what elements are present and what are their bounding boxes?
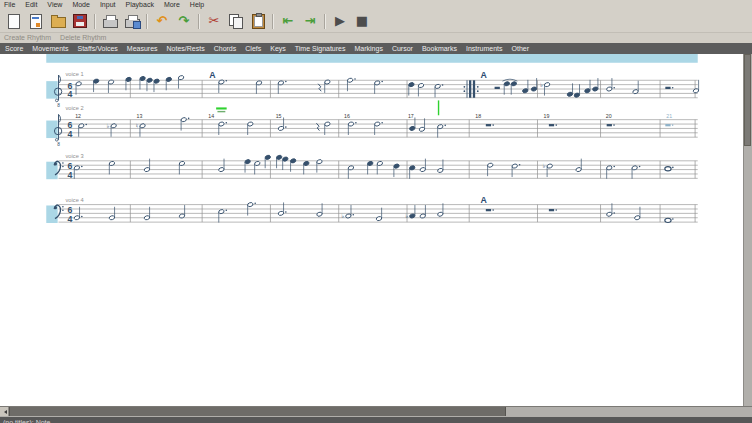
undo-button[interactable]: ↶	[151, 11, 173, 31]
cmenu-keys[interactable]: Keys	[270, 44, 286, 54]
half-note[interactable]	[487, 163, 493, 168]
cmenu-staffs-voices[interactable]: Staffs/Voices	[77, 44, 117, 54]
half-note[interactable]	[419, 127, 425, 132]
half-note[interactable]	[418, 83, 424, 88]
cmenu-clefs[interactable]: Clefs	[245, 44, 261, 54]
half-note[interactable]	[606, 86, 612, 91]
time-signature-denominator[interactable]: 4	[67, 170, 72, 180]
half-note[interactable]	[144, 215, 150, 220]
new-from-template-button[interactable]	[25, 11, 47, 31]
horizontal-scrollbar[interactable]	[0, 406, 752, 417]
half-note[interactable]	[437, 168, 443, 173]
quarter-note[interactable]	[265, 155, 271, 160]
menu-file[interactable]: File	[4, 1, 15, 10]
half-note[interactable]	[278, 126, 284, 131]
cmenu-score[interactable]: Score	[5, 44, 23, 54]
quarter-note[interactable]	[276, 155, 282, 160]
rehearsal-mark[interactable]: A	[481, 195, 488, 205]
menu-mode[interactable]: Mode	[72, 1, 90, 10]
half-note[interactable]	[347, 78, 353, 83]
half-note[interactable]	[348, 121, 354, 126]
stop-button[interactable]: ■	[351, 11, 373, 31]
half-rest[interactable]	[665, 87, 670, 89]
half-note[interactable]	[316, 159, 322, 164]
rehearsal-mark[interactable]: A	[481, 70, 488, 80]
staff-selector-tab[interactable]	[46, 81, 57, 99]
cmenu-instruments[interactable]: Instruments	[466, 44, 503, 54]
half-note[interactable]	[278, 211, 284, 216]
treble-clef[interactable]	[55, 138, 58, 141]
whole-measure-rest[interactable]	[486, 209, 491, 211]
rehearsal-mark[interactable]: A	[209, 70, 216, 80]
bass-clef[interactable]	[54, 206, 57, 209]
new-score-button[interactable]	[3, 11, 25, 31]
half-note[interactable]	[575, 167, 581, 172]
quarter-note[interactable]	[146, 78, 152, 83]
bass-clef[interactable]	[62, 166, 64, 168]
staff-selector-tab[interactable]	[46, 121, 57, 139]
open-button[interactable]	[47, 11, 69, 31]
time-signature-denominator[interactable]: 4	[67, 129, 72, 139]
cmenu-bookmarks[interactable]: Bookmarks	[422, 44, 457, 54]
half-note[interactable]	[634, 215, 640, 220]
quarter-note[interactable]	[166, 77, 172, 82]
quarter-note[interactable]	[125, 77, 131, 82]
half-note[interactable]	[606, 212, 612, 217]
whole-note[interactable]	[665, 167, 671, 171]
time-signature-denominator[interactable]: 4	[67, 89, 72, 99]
half-note[interactable]	[376, 216, 382, 221]
paste-button[interactable]	[247, 11, 269, 31]
quarter-note[interactable]	[511, 81, 517, 86]
menu-input[interactable]: Input	[100, 1, 116, 10]
half-note[interactable]	[178, 75, 184, 80]
menu-view[interactable]: View	[47, 1, 62, 10]
create-rhythm-button[interactable]: Create Rhythm	[4, 34, 51, 43]
menu-edit[interactable]: Edit	[25, 1, 37, 10]
cmenu-notes-rests[interactable]: Notes/Rests	[167, 44, 205, 54]
menu-help[interactable]: Help	[190, 1, 204, 10]
print-button[interactable]	[99, 11, 121, 31]
quarter-note[interactable]	[393, 163, 399, 168]
vertical-scrollbar[interactable]	[743, 54, 752, 406]
scroll-left-button[interactable]	[0, 407, 9, 416]
cmenu-measures[interactable]: Measures	[127, 44, 158, 54]
delete-rhythm-button[interactable]: Delete Rhythm	[60, 34, 106, 43]
go-to-end-button[interactable]: ⇥	[299, 11, 321, 31]
half-note[interactable]	[181, 117, 187, 122]
go-to-start-button[interactable]: ⇤	[277, 11, 299, 31]
quarter-note[interactable]	[567, 92, 573, 97]
horizontal-scrollbar-track[interactable]	[506, 407, 752, 417]
quarter-note[interactable]	[408, 82, 414, 87]
quarter-note[interactable]	[504, 81, 510, 86]
copy-button[interactable]	[225, 11, 247, 31]
half-note[interactable]	[109, 215, 115, 220]
half-note[interactable]	[512, 163, 518, 168]
half-note[interactable]	[324, 121, 330, 126]
menu-more[interactable]: More	[164, 1, 180, 10]
half-note[interactable]	[316, 212, 322, 217]
quarter-note[interactable]	[244, 159, 250, 164]
whole-measure-rest[interactable]	[486, 124, 491, 126]
quarter-note[interactable]	[531, 86, 537, 91]
half-note[interactable]	[420, 167, 426, 172]
half-note[interactable]	[218, 167, 224, 172]
half-note[interactable]	[75, 81, 81, 86]
bass-clef[interactable]	[62, 162, 64, 164]
whole-measure-rest[interactable]	[665, 124, 670, 126]
treble-clef[interactable]	[55, 99, 58, 102]
quarter-note[interactable]	[592, 86, 598, 91]
half-note[interactable]	[437, 212, 443, 217]
save-button[interactable]	[69, 11, 91, 31]
menu-playback[interactable]: Playback	[125, 1, 153, 10]
bass-clef[interactable]	[62, 210, 64, 212]
half-note[interactable]	[247, 202, 253, 207]
quarter-note[interactable]	[153, 78, 159, 83]
quarter-note[interactable]	[290, 158, 296, 163]
cut-button[interactable]: ✂	[203, 11, 225, 31]
quarter-note[interactable]	[93, 78, 99, 83]
half-note[interactable]	[374, 121, 380, 126]
vertical-scrollbar-thumb[interactable]	[744, 54, 751, 146]
cmenu-other[interactable]: Other	[512, 44, 530, 54]
score-canvas[interactable]: voice 1864AA♭voice 286412131415161718192…	[0, 54, 744, 406]
half-note[interactable]	[144, 167, 150, 172]
